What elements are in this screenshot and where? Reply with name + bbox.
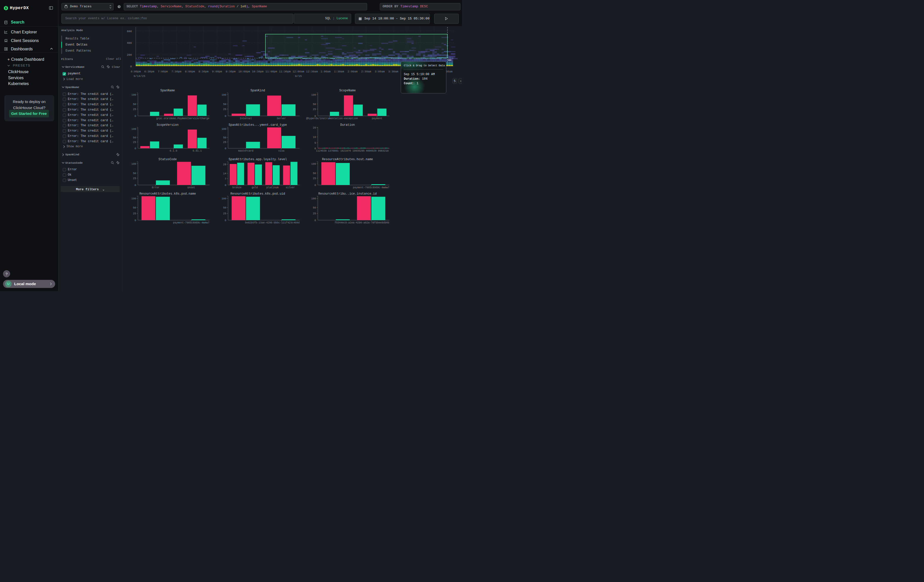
svg-text:100: 100 — [311, 197, 316, 200]
svg-text:10: 10 — [313, 136, 316, 138]
svg-text:19935295: 19935295 — [352, 150, 365, 152]
svg-text:1124538: 1124538 — [316, 150, 327, 152]
svg-text:12:30am: 12:30am — [306, 70, 318, 73]
svg-text:9:30pm: 9:30pm — [226, 70, 236, 73]
svg-text:50: 50 — [133, 172, 136, 175]
svg-text:10:30pm: 10:30pm — [252, 70, 264, 73]
svg-text:600: 600 — [127, 30, 132, 33]
svg-text:0: 0 — [225, 147, 226, 150]
svg-text:0: 0 — [130, 65, 132, 68]
svg-text:50: 50 — [313, 172, 316, 175]
svg-text:1376801: 1376801 — [328, 150, 338, 152]
svg-text:platinum: platinum — [266, 186, 279, 189]
svg-text:12:00am: 12:00am — [292, 70, 304, 73]
svg-text:9:00pm: 9:00pm — [212, 70, 222, 73]
svg-text:ResourceAttribu..ice.instance.: ResourceAttribu..ice.instance.id — [318, 192, 376, 196]
svg-text:25: 25 — [133, 177, 136, 180]
svg-text:6:00pm: 6:00pm — [131, 70, 141, 73]
svg-text:grpc.oteldemo.PaymentService/C: grpc.oteldemo.PaymentService/Charge — [156, 117, 210, 120]
svg-text:100: 100 — [311, 93, 316, 96]
svg-text:Error: Error — [152, 186, 159, 189]
svg-text:50: 50 — [313, 206, 316, 209]
svg-text:Server: Server — [277, 117, 286, 120]
svg-text:9/15: 9/15 — [295, 75, 302, 77]
svg-text:25: 25 — [223, 212, 226, 215]
svg-text:ScopeVersion: ScopeVersion — [157, 123, 178, 127]
svg-text:gold: gold — [252, 186, 258, 189]
svg-text:7:00pm: 7:00pm — [158, 70, 168, 73]
svg-text:@hyperdx/instrumentation-excep: @hyperdx/instrumentation-exception — [306, 117, 358, 120]
svg-text:100: 100 — [221, 93, 226, 96]
svg-text:SpanName: SpanName — [160, 89, 175, 92]
svg-text:100: 100 — [311, 162, 316, 165]
svg-text:20: 20 — [313, 126, 316, 129]
svg-text:25: 25 — [133, 141, 136, 144]
svg-text:9/14/25: 9/14/25 — [134, 75, 145, 77]
svg-text:2:30am: 2:30am — [361, 70, 371, 73]
svg-text:50: 50 — [313, 103, 316, 106]
svg-text:8:30pm: 8:30pm — [199, 70, 209, 73]
svg-text:2:00am: 2:00am — [348, 70, 358, 73]
svg-text:8:00pm: 8:00pm — [185, 70, 195, 73]
svg-text:payment-7985c8969c-mwmw7: payment-7985c8969c-mwmw7 — [173, 221, 210, 224]
svg-text:7:30pm: 7:30pm — [171, 70, 182, 73]
svg-text:3:30am: 3:30am — [388, 70, 398, 73]
svg-text:50: 50 — [133, 103, 136, 106]
svg-text:14: 14 — [223, 172, 226, 175]
svg-text:StatusCode: StatusCode — [158, 158, 177, 161]
svg-text:25: 25 — [223, 108, 226, 111]
svg-text:50: 50 — [133, 206, 136, 209]
svg-text:9983218: 9983218 — [378, 150, 389, 152]
svg-text:50: 50 — [223, 103, 226, 106]
svg-text:ResourceAttributes.k8s.pod.nam: ResourceAttributes.k8s.pod.name — [139, 192, 196, 196]
svg-text:SpanAttributes.app.loyalty.lev: SpanAttributes.app.loyalty.level — [229, 158, 287, 161]
svg-text:0: 0 — [225, 219, 226, 222]
svg-text:25: 25 — [313, 177, 316, 180]
svg-text:0.1.0: 0.1.0 — [170, 150, 177, 152]
svg-text:25: 25 — [223, 141, 226, 144]
svg-text:1:00am: 1:00am — [320, 70, 331, 73]
svg-text:11:00pm: 11:00pm — [266, 70, 277, 73]
svg-text:0: 0 — [315, 184, 316, 187]
svg-text:100: 100 — [131, 197, 136, 200]
svg-text:0: 0 — [315, 219, 316, 222]
svg-text:Unset: Unset — [188, 186, 195, 189]
svg-text:0.51.1: 0.51.1 — [193, 150, 202, 152]
svg-text:0: 0 — [135, 115, 136, 118]
svg-text:50: 50 — [223, 206, 226, 209]
svg-text:visa: visa — [278, 150, 284, 152]
svg-text:ResourceAttributes.host.name: ResourceAttributes.host.name — [322, 158, 373, 161]
svg-text:0: 0 — [225, 184, 226, 187]
svg-text:3:00am: 3:00am — [375, 70, 385, 73]
svg-text:25: 25 — [133, 212, 136, 215]
svg-text:100: 100 — [221, 127, 226, 130]
svg-text:400: 400 — [127, 41, 132, 45]
svg-text:50: 50 — [133, 136, 136, 139]
svg-text:50: 50 — [223, 136, 226, 139]
svg-text:0: 0 — [225, 115, 226, 118]
svg-text:25: 25 — [313, 108, 316, 111]
svg-text:6:30pm: 6:30pm — [144, 70, 154, 73]
svg-text:5: 5 — [315, 142, 316, 145]
svg-text:mastercard: mastercard — [238, 150, 253, 152]
svg-text:payment: payment — [372, 117, 382, 120]
svg-text:4090920: 4090920 — [366, 150, 376, 152]
svg-text:Internal: Internal — [239, 117, 252, 120]
svg-text:SpanKind: SpanKind — [251, 89, 265, 92]
svg-text:f5344ec9-a1ea-4290-a62a-78f5be: f5344ec9-a1ea-4290-a62a-78f5bee8d90b — [335, 221, 389, 224]
svg-text:28: 28 — [223, 163, 226, 166]
svg-text:Duration: Duration — [340, 123, 355, 127]
svg-text:11:30pm: 11:30pm — [279, 70, 291, 73]
svg-text:silver: silver — [285, 186, 295, 189]
svg-text:ScopeName: ScopeName — [339, 89, 356, 92]
svg-text:0: 0 — [135, 147, 136, 150]
svg-text:payment-7985c8969c-mwmw7: payment-7985c8969c-mwmw7 — [353, 186, 389, 189]
svg-text:200: 200 — [127, 53, 132, 56]
svg-text:7: 7 — [225, 177, 226, 180]
svg-text:100: 100 — [221, 197, 226, 200]
svg-text:25: 25 — [313, 212, 316, 215]
svg-text:1621070: 1621070 — [340, 150, 351, 152]
svg-text:bronze: bronze — [232, 186, 241, 189]
svg-text:100: 100 — [131, 162, 136, 165]
svg-text:100: 100 — [131, 127, 136, 130]
